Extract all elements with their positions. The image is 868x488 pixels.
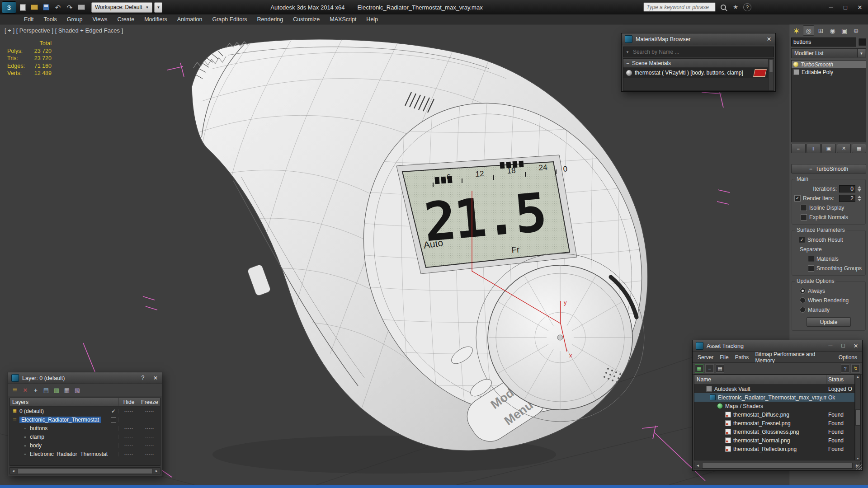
layer-row[interactable]: ≣0 (default) ✓ ----- -----	[10, 407, 160, 415]
table-view-button[interactable]: ▤	[716, 364, 724, 373]
freeze-toggle[interactable]: -----	[145, 426, 154, 431]
refresh-tree-button[interactable]: ▦	[695, 364, 703, 373]
menu-views[interactable]: Views	[87, 16, 112, 23]
horizontal-scrollbar[interactable]: ◄ ►	[694, 462, 861, 469]
menu-graph-editors[interactable]: Graph Editors	[207, 16, 252, 23]
hide-toggle[interactable]: -----	[124, 443, 133, 448]
asset-tracking-titlebar[interactable]: Asset Tracking ─ □ ✕	[693, 340, 862, 352]
materials-checkbox[interactable]	[808, 256, 814, 262]
menu-help[interactable]: Help	[361, 16, 383, 23]
quick-access-button[interactable]: ↯	[851, 364, 860, 373]
hide-toggle[interactable]: -----	[124, 418, 133, 422]
scroll-left-icon[interactable]: ◄	[694, 464, 701, 468]
minimize-button[interactable]: ─	[827, 343, 834, 349]
scene-materials-section[interactable]: − Scene Materials	[623, 59, 769, 68]
column-status[interactable]: Status	[826, 375, 854, 384]
table-row[interactable]: thermostat_Glossiness.png Found	[694, 427, 854, 436]
layer-properties-button[interactable]: ▧	[73, 385, 82, 394]
menu-tools[interactable]: Tools	[39, 16, 62, 23]
column-name[interactable]: Name	[694, 375, 826, 384]
help-button[interactable]: ?	[841, 364, 849, 373]
tab-utilities[interactable]: ⊕	[851, 26, 861, 35]
when-rendering-radio[interactable]	[800, 297, 806, 303]
close-button[interactable]: ✕	[853, 4, 867, 11]
freeze-toggle[interactable]: -----	[145, 409, 154, 413]
maximize-button[interactable]: □	[838, 4, 853, 11]
open-file-button[interactable]	[29, 2, 40, 12]
scrollbar-thumb[interactable]	[855, 409, 860, 426]
modifier-enabled-icon[interactable]	[793, 62, 798, 67]
menu-edit[interactable]: Edit	[19, 16, 39, 23]
menu-rendering[interactable]: Rendering	[252, 16, 288, 23]
viewport-label[interactable]: [ + ] [ Perspective ] [ Shaded + Edged F…	[5, 27, 123, 34]
explicit-normals-checkbox[interactable]	[801, 214, 807, 221]
remove-modifier-button[interactable]: ✕	[837, 144, 851, 153]
browser-options-icon[interactable]: ▼	[626, 50, 629, 54]
layer-row-selected[interactable]: ≣Electronic_Radiator_Thermostat ----- --…	[10, 415, 160, 424]
redo-button[interactable]: ↷	[64, 2, 75, 12]
menu-file[interactable]: File	[717, 354, 731, 361]
delete-layer-button[interactable]: ✕	[21, 385, 30, 394]
project-folder-button[interactable]	[76, 2, 87, 12]
isoline-display-checkbox[interactable]	[801, 205, 807, 211]
freeze-toggle[interactable]: -----	[145, 452, 154, 456]
new-scene-button[interactable]	[17, 2, 28, 12]
layer-row[interactable]: ▫clamp ----- -----	[10, 432, 160, 441]
column-freeze[interactable]: Freeze	[139, 398, 160, 406]
always-radio[interactable]	[800, 288, 806, 294]
workspace-selector[interactable]: Workspace: Default ▼	[91, 2, 152, 13]
hide-toggle[interactable]: -----	[124, 435, 133, 439]
table-row[interactable]: Autodesk Vault Logged O	[694, 385, 854, 393]
layer-row[interactable]: ▫Electronic_Radiator_Thermostat ----- --…	[10, 450, 160, 458]
current-layer-check-icon[interactable]: ✓	[111, 408, 116, 414]
material-browser-scrollbar[interactable]	[768, 59, 774, 90]
column-layers[interactable]: Layers	[10, 398, 108, 406]
hide-layer-button[interactable]: ▦	[62, 385, 71, 394]
layer-row[interactable]: ▫body ----- -----	[10, 441, 160, 450]
update-button[interactable]: Update	[807, 317, 851, 327]
3dsmax-logo[interactable]: 3	[2, 1, 16, 14]
save-file-button[interactable]	[41, 2, 52, 12]
material-search-input[interactable]	[632, 48, 771, 56]
menu-paths[interactable]: Paths	[732, 354, 752, 361]
close-button[interactable]: ✕	[152, 375, 159, 381]
table-row[interactable]: Maps / Shaders	[694, 402, 854, 410]
modifier-stack[interactable]: TurboSmooth Editable Poly	[791, 60, 866, 142]
table-row[interactable]: thermostat_Diffuse.png Found	[694, 410, 854, 419]
menu-server[interactable]: Server	[694, 354, 717, 361]
scroll-left-icon[interactable]: ◄	[10, 469, 17, 473]
menu-maxscript[interactable]: MAXScript	[325, 16, 361, 23]
help-button[interactable]: ?	[743, 3, 751, 11]
tab-hierarchy[interactable]: ⊞	[816, 26, 826, 35]
manually-radio[interactable]	[800, 307, 806, 313]
hide-toggle[interactable]: -----	[124, 452, 133, 456]
scrollbar-thumb[interactable]	[769, 60, 773, 72]
render-iters-spinner[interactable]	[858, 196, 861, 201]
scroll-down-icon[interactable]: ▼	[856, 457, 859, 460]
scroll-up-icon[interactable]: ▲	[856, 375, 859, 378]
highlight-layer-button[interactable]: ▥	[52, 385, 61, 394]
iterations-spinner[interactable]	[858, 186, 861, 192]
object-color-swatch[interactable]	[858, 38, 866, 46]
freeze-toggle[interactable]: -----	[145, 418, 154, 422]
table-row[interactable]: thermostat_Reflection.png Found	[694, 445, 854, 453]
render-iters-checkbox[interactable]: ✓	[794, 195, 801, 202]
chevron-down-icon[interactable]: ▼	[857, 49, 865, 57]
configure-sets-button[interactable]: ▦	[852, 144, 866, 153]
search-button[interactable]	[719, 3, 728, 12]
menu-bitmap-performance[interactable]: Bitmap Performance and Memory	[752, 351, 835, 364]
tab-display[interactable]: ▣	[839, 26, 849, 35]
rollout-turbosmooth[interactable]: − TurboSmooth	[791, 164, 866, 174]
help-button[interactable]: ?	[140, 375, 146, 381]
modifier-list-dropdown[interactable]: Modifier List ▼	[791, 48, 866, 58]
modifier-stack-item-editable-poly[interactable]: Editable Poly	[792, 68, 866, 76]
layer-row[interactable]: ▫buttons ----- -----	[10, 424, 160, 432]
close-button[interactable]: ✕	[766, 36, 772, 42]
layer-window-titlebar[interactable]: Layer: 0 (default) ? ✕	[8, 372, 162, 384]
menu-options[interactable]: Options	[835, 354, 860, 361]
undo-button[interactable]: ↶	[52, 2, 63, 12]
workspace-dropdown-button[interactable]: ▼	[154, 2, 162, 13]
menu-group[interactable]: Group	[62, 16, 88, 23]
scroll-right-icon[interactable]: ►	[153, 469, 160, 473]
create-layer-button[interactable]: ≣	[10, 385, 19, 394]
